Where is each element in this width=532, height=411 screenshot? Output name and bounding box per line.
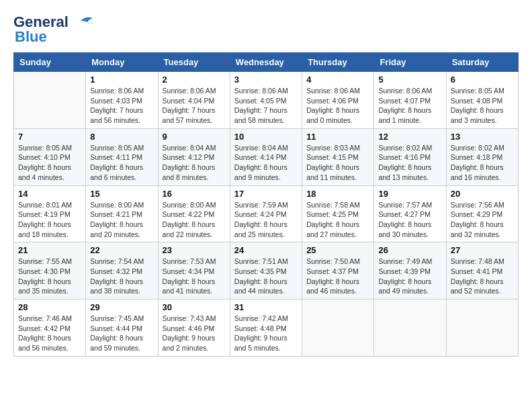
calendar-body: 1Sunrise: 8:06 AM Sunset: 4:03 PM Daylig… xyxy=(14,72,519,357)
day-number: 11 xyxy=(306,132,369,142)
calendar-cell: 29Sunrise: 7:45 AM Sunset: 4:44 PM Dayli… xyxy=(86,300,158,357)
calendar-cell: 25Sunrise: 7:50 AM Sunset: 4:37 PM Dayli… xyxy=(302,242,374,300)
calendar-cell: 9Sunrise: 8:04 AM Sunset: 4:12 PM Daylig… xyxy=(158,128,230,185)
calendar-cell xyxy=(302,300,374,357)
day-info: Sunrise: 8:01 AM Sunset: 4:19 PM Dayligh… xyxy=(18,200,81,240)
day-info: Sunrise: 8:02 AM Sunset: 4:16 PM Dayligh… xyxy=(378,143,441,183)
day-number: 10 xyxy=(234,132,298,142)
calendar-cell: 20Sunrise: 7:56 AM Sunset: 4:29 PM Dayli… xyxy=(446,185,518,242)
calendar-week-3: 14Sunrise: 8:01 AM Sunset: 4:19 PM Dayli… xyxy=(14,185,519,242)
day-info: Sunrise: 7:51 AM Sunset: 4:35 PM Dayligh… xyxy=(234,257,298,296)
day-number: 22 xyxy=(90,245,153,255)
weekday-header-thursday: Thursday xyxy=(302,53,374,72)
logo-blue-text: Blue xyxy=(13,28,47,46)
day-number: 31 xyxy=(234,302,298,312)
day-info: Sunrise: 7:45 AM Sunset: 4:44 PM Dayligh… xyxy=(90,314,153,353)
calendar-cell: 26Sunrise: 7:49 AM Sunset: 4:39 PM Dayli… xyxy=(374,242,446,300)
calendar-cell: 4Sunrise: 8:06 AM Sunset: 4:06 PM Daylig… xyxy=(302,72,374,129)
day-number: 8 xyxy=(90,132,153,142)
calendar-cell: 11Sunrise: 8:03 AM Sunset: 4:15 PM Dayli… xyxy=(302,128,374,185)
day-number: 4 xyxy=(306,75,369,85)
calendar-cell: 10Sunrise: 8:04 AM Sunset: 4:14 PM Dayli… xyxy=(230,128,302,185)
day-number: 20 xyxy=(451,189,514,199)
calendar-table: SundayMondayTuesdayWednesdayThursdayFrid… xyxy=(13,52,519,357)
day-info: Sunrise: 7:49 AM Sunset: 4:39 PM Dayligh… xyxy=(378,257,441,296)
day-info: Sunrise: 8:00 AM Sunset: 4:22 PM Dayligh… xyxy=(163,200,226,240)
weekday-header-sunday: Sunday xyxy=(14,53,86,72)
logo-bird-icon xyxy=(74,15,99,30)
day-info: Sunrise: 8:00 AM Sunset: 4:21 PM Dayligh… xyxy=(90,200,153,240)
calendar-header: SundayMondayTuesdayWednesdayThursdayFrid… xyxy=(14,53,519,72)
calendar-cell: 13Sunrise: 8:02 AM Sunset: 4:18 PM Dayli… xyxy=(446,128,518,185)
day-number: 19 xyxy=(378,189,441,199)
day-number: 28 xyxy=(18,302,81,312)
day-number: 1 xyxy=(90,75,153,85)
calendar-week-4: 21Sunrise: 7:55 AM Sunset: 4:30 PM Dayli… xyxy=(14,242,519,300)
day-info: Sunrise: 8:06 AM Sunset: 4:06 PM Dayligh… xyxy=(306,86,369,126)
day-info: Sunrise: 8:03 AM Sunset: 4:15 PM Dayligh… xyxy=(306,143,369,183)
calendar-cell: 30Sunrise: 7:43 AM Sunset: 4:46 PM Dayli… xyxy=(158,300,230,357)
day-info: Sunrise: 7:59 AM Sunset: 4:24 PM Dayligh… xyxy=(234,200,298,240)
calendar-cell: 5Sunrise: 8:06 AM Sunset: 4:07 PM Daylig… xyxy=(374,72,446,129)
calendar-cell: 12Sunrise: 8:02 AM Sunset: 4:16 PM Dayli… xyxy=(374,128,446,185)
day-number: 3 xyxy=(234,75,298,85)
day-number: 30 xyxy=(163,302,226,312)
day-info: Sunrise: 7:56 AM Sunset: 4:29 PM Dayligh… xyxy=(451,200,514,240)
day-number: 13 xyxy=(451,132,514,142)
calendar-cell: 17Sunrise: 7:59 AM Sunset: 4:24 PM Dayli… xyxy=(230,185,302,242)
day-info: Sunrise: 7:57 AM Sunset: 4:27 PM Dayligh… xyxy=(378,200,441,240)
day-number: 23 xyxy=(163,245,226,255)
day-number: 9 xyxy=(163,132,226,142)
day-info: Sunrise: 8:06 AM Sunset: 4:03 PM Dayligh… xyxy=(90,86,153,126)
day-number: 16 xyxy=(163,189,226,199)
calendar-cell: 3Sunrise: 8:06 AM Sunset: 4:05 PM Daylig… xyxy=(230,72,302,129)
calendar-cell: 21Sunrise: 7:55 AM Sunset: 4:30 PM Dayli… xyxy=(14,242,86,300)
day-number: 14 xyxy=(18,189,81,199)
day-info: Sunrise: 7:55 AM Sunset: 4:30 PM Dayligh… xyxy=(18,257,81,296)
weekday-header-tuesday: Tuesday xyxy=(158,53,230,72)
day-number: 21 xyxy=(18,245,81,255)
day-number: 6 xyxy=(451,75,514,85)
day-info: Sunrise: 8:04 AM Sunset: 4:12 PM Dayligh… xyxy=(163,143,226,183)
day-info: Sunrise: 8:06 AM Sunset: 4:07 PM Dayligh… xyxy=(378,86,441,126)
calendar-cell: 27Sunrise: 7:48 AM Sunset: 4:41 PM Dayli… xyxy=(446,242,518,300)
calendar-cell xyxy=(374,300,446,357)
page-header: General Blue xyxy=(13,13,519,46)
calendar-cell: 31Sunrise: 7:42 AM Sunset: 4:48 PM Dayli… xyxy=(230,300,302,357)
day-info: Sunrise: 7:53 AM Sunset: 4:34 PM Dayligh… xyxy=(163,257,226,296)
calendar-cell: 28Sunrise: 7:46 AM Sunset: 4:42 PM Dayli… xyxy=(14,300,86,357)
calendar-cell xyxy=(14,72,86,129)
day-info: Sunrise: 7:48 AM Sunset: 4:41 PM Dayligh… xyxy=(451,257,514,296)
day-number: 24 xyxy=(234,245,298,255)
day-info: Sunrise: 7:50 AM Sunset: 4:37 PM Dayligh… xyxy=(306,257,369,296)
calendar-cell: 16Sunrise: 8:00 AM Sunset: 4:22 PM Dayli… xyxy=(158,185,230,242)
weekday-header-saturday: Saturday xyxy=(446,53,518,72)
calendar-cell: 19Sunrise: 7:57 AM Sunset: 4:27 PM Dayli… xyxy=(374,185,446,242)
day-info: Sunrise: 8:06 AM Sunset: 4:05 PM Dayligh… xyxy=(234,86,298,126)
day-info: Sunrise: 8:06 AM Sunset: 4:04 PM Dayligh… xyxy=(163,86,226,126)
day-info: Sunrise: 7:42 AM Sunset: 4:48 PM Dayligh… xyxy=(234,314,298,353)
calendar-cell: 1Sunrise: 8:06 AM Sunset: 4:03 PM Daylig… xyxy=(86,72,158,129)
calendar-cell: 18Sunrise: 7:58 AM Sunset: 4:25 PM Dayli… xyxy=(302,185,374,242)
day-info: Sunrise: 7:46 AM Sunset: 4:42 PM Dayligh… xyxy=(18,314,81,353)
weekday-header-wednesday: Wednesday xyxy=(230,53,302,72)
day-number: 17 xyxy=(234,189,298,199)
day-number: 26 xyxy=(378,245,441,255)
day-number: 27 xyxy=(451,245,514,255)
calendar-cell xyxy=(446,300,518,357)
weekday-header-friday: Friday xyxy=(374,53,446,72)
weekday-header-monday: Monday xyxy=(86,53,158,72)
day-number: 12 xyxy=(378,132,441,142)
calendar-cell: 22Sunrise: 7:54 AM Sunset: 4:32 PM Dayli… xyxy=(86,242,158,300)
day-info: Sunrise: 8:05 AM Sunset: 4:11 PM Dayligh… xyxy=(90,143,153,183)
calendar-cell: 15Sunrise: 8:00 AM Sunset: 4:21 PM Dayli… xyxy=(86,185,158,242)
calendar-cell: 2Sunrise: 8:06 AM Sunset: 4:04 PM Daylig… xyxy=(158,72,230,129)
day-number: 29 xyxy=(90,302,153,312)
day-number: 7 xyxy=(18,132,81,142)
calendar-cell: 8Sunrise: 8:05 AM Sunset: 4:11 PM Daylig… xyxy=(86,128,158,185)
calendar-cell: 14Sunrise: 8:01 AM Sunset: 4:19 PM Dayli… xyxy=(14,185,86,242)
day-info: Sunrise: 8:04 AM Sunset: 4:14 PM Dayligh… xyxy=(234,143,298,183)
day-info: Sunrise: 7:43 AM Sunset: 4:46 PM Dayligh… xyxy=(163,314,226,353)
day-number: 2 xyxy=(163,75,226,85)
calendar-week-1: 1Sunrise: 8:06 AM Sunset: 4:03 PM Daylig… xyxy=(14,72,519,129)
